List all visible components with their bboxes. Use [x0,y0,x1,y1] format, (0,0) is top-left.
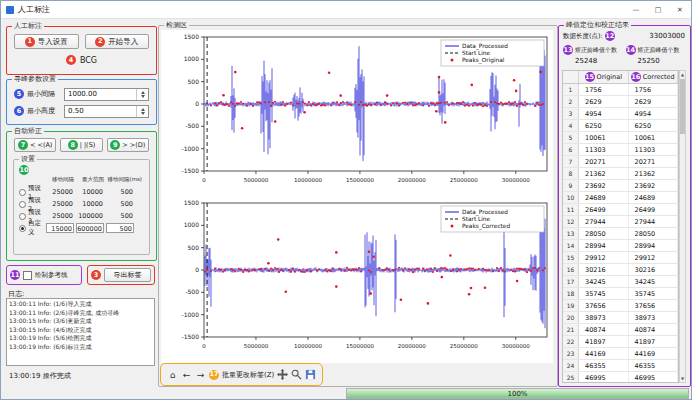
table-row[interactable]: 193765637656 [563,300,678,312]
table-row[interactable]: 183574535745 [563,288,678,300]
svg-text:0: 0 [202,343,206,349]
table-row[interactable]: 173424534245 [563,276,678,288]
spinner-arrows-icon[interactable] [136,89,148,100]
result-table: 15 Original 16 Corrected 117561756226292… [562,70,679,383]
original-value: 35745 [579,288,629,299]
spinner-arrows-icon[interactable] [136,106,148,117]
scroll-up-icon[interactable]: ▲ [680,71,685,78]
corrected-value: 46355 [629,360,679,371]
peak-count-values: 25248 25250 [563,57,688,65]
table-row[interactable]: 112649926499 [563,204,678,216]
table-row[interactable]: 152991229912 [563,252,678,264]
min-height-value: 0.50 [65,107,136,115]
close-icon[interactable]: ✕ [669,1,691,18]
table-row[interactable]: 226292629 [563,96,678,108]
save-icon[interactable] [305,367,316,382]
preset-radio[interactable] [19,189,26,196]
group-title-settings: 设置 [19,155,37,164]
original-value: 46995 [579,372,629,383]
preset-radio[interactable] [19,225,26,232]
badge-5: 5 [14,89,24,99]
table-row[interactable]: 214087440874 [563,324,678,336]
table-row[interactable]: 142899428994 [563,240,678,252]
svg-text:1000: 1000 [184,221,199,228]
table-row[interactable]: 132805028050 [563,228,678,240]
table-row[interactable]: 254699546995 [563,372,678,383]
table-row[interactable]: 163021630216 [563,264,678,276]
badge-4: 4 [66,55,76,65]
top-plot[interactable]: 150010005000-500-1000-150005000000100000… [161,31,552,194]
table-scrollbar[interactable]: ▲ ▼ [679,70,686,383]
move-right-button[interactable]: 9 > >(D) [107,138,149,152]
table-row[interactable]: 51006110061 [563,132,678,144]
table-row[interactable]: 462506250 [563,120,678,132]
svg-text:-1000: -1000 [182,145,200,152]
forward-icon[interactable]: → [195,367,206,382]
badge-12: 12 [605,31,615,41]
scroll-down-icon[interactable]: ▼ [680,375,685,382]
group-title-detection: 检测区 [164,21,189,30]
export-box: 3 导出标签 [87,265,155,285]
zoom-icon[interactable] [291,367,302,382]
table-row[interactable]: 61130311303 [563,144,678,156]
original-column-header[interactable]: 15 Original [579,71,629,83]
move-left-button[interactable]: 7 < <(A) [14,138,56,152]
original-value: 4954 [579,108,629,119]
preset-value: 500 [104,188,134,196]
scrollbar-thumb[interactable] [680,79,685,134]
home-icon[interactable]: ⌂ [167,367,178,382]
corrected-value: 27944 [629,216,679,227]
back-icon[interactable]: ← [181,367,192,382]
table-row[interactable]: 82136221362 [563,168,678,180]
preset-value[interactable]: 600000 [76,223,104,233]
table-row[interactable]: 122794427944 [563,216,678,228]
minimize-icon[interactable]: — [625,1,647,18]
corrected-value: 41897 [629,336,679,347]
ref-line-checkbox[interactable] [23,271,32,280]
table-row[interactable]: 72027120271 [563,156,678,168]
badge-7: 7 [18,140,28,150]
min-interval-spinbox[interactable]: 1000.00 [64,88,149,101]
batch-edit-label[interactable]: 批量更改标签(Z) [222,370,274,380]
pan-icon[interactable] [277,367,288,382]
badge-11: 11 [10,270,20,280]
original-value: 30216 [579,264,629,275]
export-labels-button[interactable]: 导出标签 [104,268,151,282]
preset-value: 10000 [74,200,104,208]
table-row[interactable]: 203897338973 [563,312,678,324]
import-settings-label: 导入设置 [38,37,68,47]
table-row[interactable]: 234416944169 [563,348,678,360]
svg-text:15000000: 15000000 [346,177,374,183]
min-height-spinbox[interactable]: 0.50 [64,105,149,118]
start-import-button[interactable]: 2 开始导入 [85,34,150,49]
original-value: 44169 [579,348,629,359]
table-row[interactable]: 349544954 [563,108,678,120]
original-value: 41897 [579,336,629,347]
table-row[interactable]: 224189741897 [563,336,678,348]
preset-radio[interactable] [19,213,26,220]
table-row[interactable]: 92369223692 [563,180,678,192]
row-index: 9 [563,180,579,191]
plot-canvas: 150010005000-500-1000-150005000000100000… [161,30,553,363]
corrected-column-header[interactable]: 16 Corrected [629,71,679,83]
table-row[interactable]: 244635546355 [563,360,678,372]
table-row[interactable]: 102468924689 [563,192,678,204]
bottom-plot[interactable]: 150010005000-500-1000-150005000000100000… [161,197,552,360]
pause-button[interactable]: 8 | |(S) [60,138,102,152]
svg-text:Peaks_Corrected: Peaks_Corrected [462,223,510,230]
log-box[interactable]: 13:00:11 Info: (1/6)导入完成13:00:11 Info: (… [6,298,155,366]
export-labels-label: 导出标签 [114,270,142,280]
before-count-cell: 13 矫正前峰值个数 [563,45,626,55]
group-title-auto-correct: 自动矫正 [12,127,44,136]
maximize-icon[interactable]: □ [647,1,669,18]
preset-row: 自定义15000600000500 [18,222,147,234]
import-settings-button[interactable]: 1 导入设置 [14,34,79,49]
original-value: 23692 [579,180,629,191]
svg-text:Start Line: Start Line [462,50,491,56]
table-row[interactable]: 117561756 [563,84,678,96]
preset-value[interactable]: 500 [106,223,134,233]
preset-value[interactable]: 15000 [46,223,74,233]
svg-text:5000000: 5000000 [244,177,269,183]
preset-radio[interactable] [19,201,26,208]
corrected-value: 24689 [629,192,679,203]
